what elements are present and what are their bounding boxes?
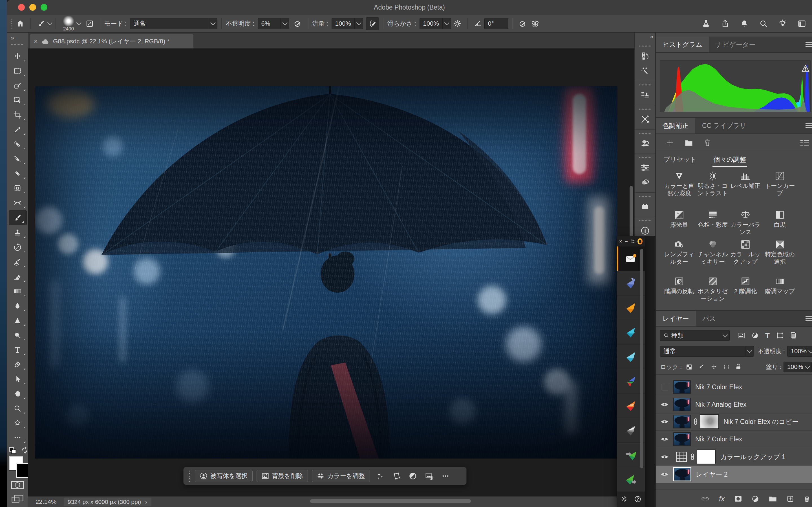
nik-scrollbar[interactable] xyxy=(640,249,643,468)
toggle-brush-settings-icon[interactable] xyxy=(84,17,96,30)
notifications-bell-icon[interactable] xyxy=(738,17,751,30)
sharpen-tool[interactable] xyxy=(7,313,28,328)
tab-layers[interactable]: レイヤー xyxy=(656,311,696,327)
brush-tool[interactable] xyxy=(9,210,27,225)
symmetry-butterfly-icon[interactable] xyxy=(529,17,541,30)
filter-smart-object-icon[interactable] xyxy=(790,332,797,339)
tab-adjustments[interactable]: 色調補正 xyxy=(656,118,695,133)
mask-link-icon[interactable] xyxy=(693,418,698,425)
add-image-icon[interactable] xyxy=(423,470,435,482)
layer-visibility-toggle[interactable] xyxy=(656,437,673,442)
layer-blend-mode-select[interactable]: 通常 xyxy=(660,346,754,356)
dodge-tool[interactable] xyxy=(7,328,28,342)
adjustment-half-circle-icon[interactable] xyxy=(407,470,419,482)
quick-mask-button[interactable] xyxy=(11,481,24,490)
adjustment-color-balance[interactable]: カラーバランス xyxy=(728,209,762,236)
blur-tool[interactable] xyxy=(7,298,28,313)
spot-healing-brush-tool[interactable] xyxy=(7,137,28,152)
trash-icon[interactable] xyxy=(704,139,711,147)
add-mask-icon[interactable] xyxy=(734,496,742,502)
layer-thumbnail[interactable] xyxy=(673,398,691,411)
move-tool[interactable] xyxy=(7,49,28,64)
nik-help-icon[interactable] xyxy=(634,496,642,503)
shape-tool[interactable] xyxy=(7,416,28,431)
tab-navigator[interactable]: ナビゲーター xyxy=(709,37,762,52)
brush-preview[interactable]: 2400 xyxy=(61,15,77,32)
filter-image-icon[interactable] xyxy=(738,332,745,339)
layer-name[interactable]: レイヤー 2 xyxy=(696,470,728,479)
document-tab[interactable]: × G88.psdc @ 22.1% (レイヤー 2, RGB/8) * xyxy=(30,34,193,48)
layer-name[interactable]: Nik 7 Analog Efex xyxy=(695,401,747,408)
history-panel-icon[interactable] xyxy=(635,49,655,63)
delete-layer-trash-icon[interactable] xyxy=(804,495,810,503)
beta-flask-icon[interactable] xyxy=(700,17,712,30)
layer-thumbnail[interactable] xyxy=(673,432,691,446)
pressure-size-icon[interactable] xyxy=(516,17,529,30)
layer-style-fx-icon[interactable]: fx xyxy=(719,495,725,503)
mask-link-icon[interactable] xyxy=(690,453,695,460)
layer-row[interactable]: Nik 7 Color Efex のコピー xyxy=(656,413,812,431)
layer-name[interactable]: Nik 7 Color Efex xyxy=(695,436,742,443)
adjustment-exposure[interactable]: 露光量 xyxy=(662,209,696,228)
content-aware-move-tool[interactable] xyxy=(7,195,28,210)
magic-wand-panel-icon[interactable] xyxy=(635,63,655,78)
dock-grip[interactable] xyxy=(639,108,651,110)
panel-menu-icon[interactable] xyxy=(806,315,812,322)
eyedropper-tool[interactable] xyxy=(7,122,28,137)
dock-grip[interactable] xyxy=(639,132,651,134)
nik-minimize-icon[interactable]: − xyxy=(625,239,628,244)
brush-tool-preset-icon[interactable] xyxy=(35,17,47,30)
subtab-presets[interactable]: プリセット xyxy=(663,155,697,166)
adjustment-threshold[interactable]: 2 階調化 xyxy=(728,275,762,295)
link-layers-icon[interactable] xyxy=(701,496,709,502)
patch-tool[interactable] xyxy=(7,181,28,195)
opacity-select[interactable]: 6% xyxy=(258,18,289,29)
layer-filter-select[interactable]: 種類 xyxy=(660,330,730,341)
nik-close-icon[interactable]: × xyxy=(619,239,622,244)
layer-name[interactable]: Nik 7 Color Efex のコピー xyxy=(723,417,799,426)
panel-menu-icon[interactable] xyxy=(806,41,812,48)
tool-presets-panel-icon[interactable] xyxy=(635,112,655,126)
tools-grip[interactable] xyxy=(11,43,24,46)
layer-mask-thumbnail[interactable] xyxy=(697,450,716,464)
more-options-icon[interactable] xyxy=(439,470,452,482)
nik-settings-gear-icon[interactable] xyxy=(620,496,628,503)
lock-all-icon[interactable] xyxy=(735,363,742,371)
layer-mask-thumbnail[interactable] xyxy=(700,414,719,429)
layer-visibility-toggle[interactable] xyxy=(656,384,673,390)
layer-name[interactable]: Nik 7 Color Efex xyxy=(695,383,742,391)
lock-artboard-icon[interactable] xyxy=(723,363,730,371)
default-colors-icon[interactable] xyxy=(8,447,18,455)
layer-visibility-toggle[interactable] xyxy=(656,472,673,477)
dock-grip[interactable] xyxy=(639,84,651,86)
add-adjustment-icon[interactable] xyxy=(666,139,674,147)
clone-stamp-tool[interactable] xyxy=(7,225,28,240)
adjustment-posterize[interactable]: ポスタリゼーション xyxy=(696,275,730,302)
layer-visibility-toggle[interactable] xyxy=(656,402,673,407)
layer-name[interactable]: カラールックアップ 1 xyxy=(720,453,785,461)
remove-background-button[interactable]: 背景を削除 xyxy=(257,470,308,482)
discover-lightbulb-icon[interactable] xyxy=(776,17,789,30)
layer-thumbnail[interactable] xyxy=(673,467,691,482)
libraries-panel-icon[interactable] xyxy=(635,199,655,214)
histogram-warning-icon[interactable] xyxy=(801,64,810,72)
gradient-tool[interactable] xyxy=(7,284,28,298)
workspace-panel-icon[interactable] xyxy=(796,17,808,30)
lock-transparency-icon[interactable] xyxy=(686,363,693,371)
crop-tool[interactable] xyxy=(7,108,28,122)
screen-mode-button[interactable] xyxy=(11,494,24,504)
color-lookup-layer-icon[interactable] xyxy=(675,451,688,462)
expand-panels-chevron-icon[interactable]: « xyxy=(650,33,653,41)
new-group-folder-icon[interactable] xyxy=(769,496,777,502)
history-brush-tool[interactable] xyxy=(7,240,28,255)
adjustment-gradient-map[interactable]: 階調マップ xyxy=(763,275,797,295)
layer-thumbnail[interactable] xyxy=(673,415,691,429)
mixer-brush-tool[interactable] xyxy=(7,255,28,269)
zoom-tool[interactable] xyxy=(7,401,28,416)
channels-panel-icon[interactable] xyxy=(635,175,655,189)
adjustment-black-white[interactable]: 白黒 xyxy=(763,209,797,228)
tab-histogram[interactable]: ヒストグラム xyxy=(656,37,709,52)
new-layer-icon[interactable] xyxy=(786,495,794,503)
layer-row[interactable]: Nik 7 Color Efex xyxy=(656,431,812,448)
new-adjustment-layer-icon[interactable] xyxy=(752,495,759,503)
